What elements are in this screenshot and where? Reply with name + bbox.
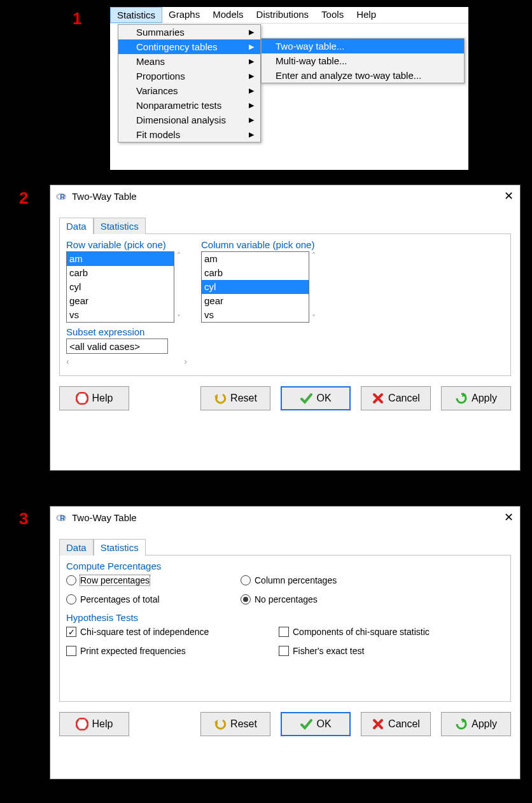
chevron-right-icon: ▶	[249, 101, 254, 109]
chevron-up-icon[interactable]: ˄	[312, 251, 322, 260]
menu-screenshot: Statistics Graphs Models Distributions T…	[109, 6, 469, 171]
row-variable-listbox[interactable]: am carb cyl gear vs	[66, 251, 174, 323]
radio-label: Column percentages	[255, 575, 337, 585]
list-item[interactable]: gear	[202, 294, 309, 308]
check-components[interactable]: Components of chi-square statistic	[279, 627, 504, 637]
cancel-button[interactable]: Cancel	[361, 386, 431, 410]
list-item[interactable]: cyl	[202, 280, 309, 294]
radio-row-percentages[interactable]: Row percentages	[66, 575, 225, 585]
chevron-down-icon[interactable]: ˅	[177, 314, 187, 323]
list-item[interactable]: vs	[202, 308, 309, 322]
step-2-label: 2	[19, 188, 28, 208]
titlebar: R Two-Way Table ✕	[50, 506, 520, 528]
col-variable-listbox[interactable]: am carb cyl gear vs	[201, 251, 309, 323]
radio-label: No percentages	[255, 594, 318, 604]
help-button[interactable]: Help	[59, 712, 129, 736]
list-item[interactable]: carb	[202, 266, 309, 280]
menu-models[interactable]: Models	[206, 7, 249, 23]
row-variable-label: Row variable (pick one)	[66, 239, 187, 250]
list-item[interactable]: cyl	[67, 280, 174, 294]
undo-icon	[214, 718, 227, 730]
list-item[interactable]: am	[67, 252, 174, 266]
radio-total-percentages[interactable]: Percentages of total	[66, 594, 225, 604]
check-fisher[interactable]: Fisher's exact test	[279, 646, 504, 656]
chevron-left-icon[interactable]: ‹	[66, 356, 69, 367]
apply-icon	[455, 718, 468, 730]
radio-col-percentages[interactable]: Column percentages	[241, 575, 504, 585]
menu-contingency-tables[interactable]: Contingency tables▶	[118, 39, 260, 54]
menu-statistics[interactable]: Statistics	[110, 7, 162, 23]
menu-help[interactable]: Help	[350, 7, 382, 23]
checkbox-icon	[279, 646, 289, 656]
submenu-multi-way[interactable]: Multi-way table...	[262, 53, 464, 68]
check-chisq[interactable]: Chi-square test of independence	[66, 627, 263, 637]
stats-tab-body: Compute Percentages Row percentages Colu…	[59, 555, 511, 702]
subset-input[interactable]	[66, 339, 168, 354]
cancel-button[interactable]: Cancel	[361, 712, 431, 736]
list-item[interactable]: carb	[67, 266, 174, 280]
percentages-heading: Compute Percentages	[66, 561, 504, 571]
close-icon[interactable]: ✕	[504, 189, 514, 203]
menu-variances[interactable]: Variances▶	[118, 83, 260, 98]
r-logo-icon: R	[55, 512, 67, 523]
r-logo-icon: R	[55, 190, 67, 202]
menu-means[interactable]: Means▶	[118, 54, 260, 69]
toolbar-placeholder	[262, 24, 467, 38]
hscroll[interactable]: ‹›	[66, 356, 187, 367]
svg-text:R: R	[60, 193, 65, 200]
list-item[interactable]: vs	[67, 308, 174, 322]
help-icon	[76, 718, 88, 730]
tab-statistics[interactable]: Statistics	[94, 539, 146, 555]
close-icon[interactable]: ✕	[504, 510, 514, 524]
menu-proportions[interactable]: Proportions▶	[118, 69, 260, 83]
menubar: Statistics Graphs Models Distributions T…	[110, 7, 468, 24]
tab-statistics[interactable]: Statistics	[94, 218, 146, 234]
checkbox-icon	[279, 627, 289, 637]
menu-summaries[interactable]: Summaries▶	[118, 25, 260, 39]
checkbox-label: Print expected frequencies	[80, 646, 186, 656]
chevron-down-icon[interactable]: ˅	[312, 314, 322, 323]
button-bar: Help Reset OK Cancel Apply	[50, 376, 520, 421]
x-icon	[372, 392, 384, 405]
menu-fitmodels[interactable]: Fit models▶	[118, 127, 260, 142]
apply-button[interactable]: Apply	[441, 386, 511, 410]
tab-data[interactable]: Data	[59, 539, 94, 555]
scroll-spinner[interactable]: ˄˅	[174, 251, 187, 323]
dialog-title: Two-Way Table	[72, 191, 504, 202]
hypothesis-heading: Hypothesis Tests	[66, 612, 504, 623]
chevron-up-icon[interactable]: ˄	[177, 251, 187, 260]
radio-label: Percentages of total	[80, 594, 160, 604]
radio-label: Row percentages	[80, 575, 150, 585]
menu-distributions[interactable]: Distributions	[250, 7, 316, 23]
chevron-right-icon: ▶	[249, 87, 254, 95]
menu-tools[interactable]: Tools	[315, 7, 350, 23]
chevron-right-icon[interactable]: ›	[184, 356, 187, 367]
menu-graphs[interactable]: Graphs	[162, 7, 206, 23]
svg-text:R: R	[60, 514, 65, 522]
apply-icon	[455, 392, 468, 405]
ok-button[interactable]: OK	[281, 712, 351, 736]
help-button[interactable]: Help	[59, 386, 129, 410]
scroll-spinner[interactable]: ˄˅	[309, 251, 322, 323]
chevron-right-icon: ▶	[249, 116, 254, 124]
check-icon	[300, 392, 312, 405]
step-1-label: 1	[73, 9, 81, 29]
x-icon	[372, 718, 384, 730]
contingency-submenu: Two-way table... Multi-way table... Ente…	[261, 38, 465, 83]
reset-button[interactable]: Reset	[200, 386, 270, 410]
apply-button[interactable]: Apply	[441, 712, 511, 736]
submenu-two-way[interactable]: Two-way table...	[262, 39, 464, 53]
tab-data[interactable]: Data	[59, 218, 94, 234]
check-expected[interactable]: Print expected frequencies	[66, 646, 263, 656]
reset-button[interactable]: Reset	[200, 712, 270, 736]
data-tab-body: Row variable (pick one) am carb cyl gear…	[59, 234, 511, 376]
radio-icon	[66, 594, 76, 604]
menu-dimensional[interactable]: Dimensional analysis▶	[118, 113, 260, 127]
list-item[interactable]: gear	[67, 294, 174, 308]
col-variable-label: Column variable (pick one)	[201, 239, 322, 250]
radio-no-percentages[interactable]: No percentages	[241, 594, 504, 604]
ok-button[interactable]: OK	[281, 386, 351, 410]
submenu-enter-analyze[interactable]: Enter and analyze two-way table...	[262, 68, 464, 83]
menu-nonparametric[interactable]: Nonparametric tests▶	[118, 98, 260, 113]
list-item[interactable]: am	[202, 252, 309, 266]
